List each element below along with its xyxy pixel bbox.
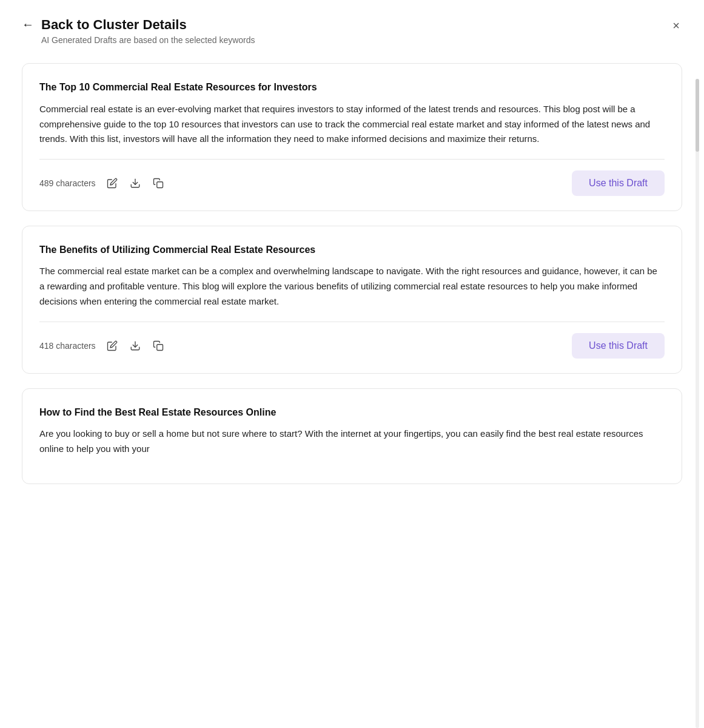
draft-card: The Top 10 Commercial Real Estate Resour… — [22, 63, 682, 211]
header-text: Back to Cluster Details AI Generated Dra… — [41, 17, 255, 45]
header-left: ← Back to Cluster Details AI Generated D… — [22, 17, 255, 45]
copy-button[interactable] — [152, 177, 165, 190]
download-button[interactable] — [129, 177, 142, 190]
page-header: ← Back to Cluster Details AI Generated D… — [0, 0, 704, 57]
edit-button[interactable] — [106, 177, 119, 190]
scrollbar-thumb[interactable] — [696, 79, 699, 152]
edit-icon — [107, 178, 118, 189]
draft-body: The commercial real estate market can be… — [39, 264, 665, 309]
close-icon[interactable]: × — [670, 17, 682, 34]
back-arrow-icon[interactable]: ← — [22, 18, 34, 30]
use-draft-button[interactable]: Use this Draft — [572, 333, 665, 359]
copy-button[interactable] — [152, 339, 165, 352]
char-count: 489 characters — [39, 178, 96, 188]
edit-icon — [107, 340, 118, 351]
drafts-list: The Top 10 Commercial Real Estate Resour… — [0, 57, 704, 502]
svg-rect-3 — [156, 344, 163, 350]
copy-icon — [153, 178, 164, 189]
draft-footer: 489 characters — [39, 170, 665, 196]
page-title: Back to Cluster Details — [41, 17, 255, 33]
char-count: 418 characters — [39, 341, 96, 351]
download-icon — [130, 178, 141, 189]
download-button[interactable] — [129, 339, 142, 352]
copy-icon — [153, 340, 164, 351]
draft-body: Commercial real estate is an ever-evolvi… — [39, 102, 665, 147]
draft-title: The Benefits of Utilizing Commercial Rea… — [39, 243, 665, 257]
edit-button[interactable] — [106, 339, 119, 352]
draft-footer: 418 characters — [39, 333, 665, 359]
divider — [39, 322, 665, 322]
draft-meta: 418 characters — [39, 339, 165, 352]
use-draft-button[interactable]: Use this Draft — [572, 170, 665, 196]
draft-body: Are you looking to buy or sell a home bu… — [39, 426, 665, 457]
draft-title: How to Find the Best Real Estate Resourc… — [39, 406, 665, 419]
draft-card: The Benefits of Utilizing Commercial Rea… — [22, 226, 682, 374]
svg-rect-1 — [156, 182, 163, 188]
scrollbar-track[interactable] — [696, 79, 699, 728]
page-subtitle: AI Generated Drafts are based on the sel… — [41, 35, 255, 45]
divider — [39, 159, 665, 160]
draft-meta: 489 characters — [39, 177, 165, 190]
draft-card: How to Find the Best Real Estate Resourc… — [22, 388, 682, 484]
download-icon — [130, 340, 141, 351]
draft-title: The Top 10 Commercial Real Estate Resour… — [39, 81, 665, 94]
